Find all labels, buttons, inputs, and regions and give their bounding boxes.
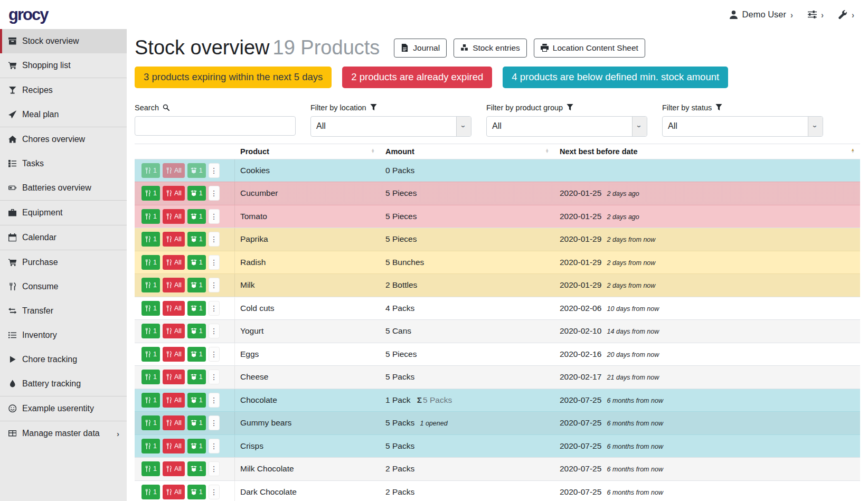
- row-menu-button[interactable]: ⋮: [209, 324, 220, 338]
- best-before-column-header[interactable]: Next best before date ▲▼: [554, 144, 860, 159]
- row-menu-button[interactable]: ⋮: [209, 301, 220, 316]
- sidebar-item[interactable]: Equipment ›: [0, 201, 127, 225]
- consume-one-button[interactable]: 1: [141, 439, 160, 453]
- open-one-button[interactable]: 1: [187, 461, 206, 476]
- sidebar-item[interactable]: Chores overview ›: [0, 127, 127, 152]
- sidebar-item[interactable]: Tasks ›: [0, 152, 127, 176]
- open-one-button[interactable]: 1: [187, 439, 206, 453]
- sidebar-item[interactable]: Calendar ›: [0, 225, 127, 250]
- consume-all-button[interactable]: All: [163, 347, 185, 362]
- consume-all-button[interactable]: All: [163, 324, 185, 338]
- open-one-button[interactable]: 1: [187, 186, 206, 201]
- consume-one-button[interactable]: 1: [141, 461, 160, 476]
- user-menu[interactable]: Demo User ›: [729, 10, 793, 20]
- consume-all-button[interactable]: All: [163, 278, 185, 292]
- admin-menu[interactable]: ›: [838, 10, 854, 19]
- consume-one-button[interactable]: 1: [141, 255, 160, 270]
- consume-one-button[interactable]: 1: [141, 370, 160, 384]
- consume-one-button[interactable]: 1: [141, 301, 160, 316]
- expiring-products-alert[interactable]: 3 products expiring within the next 5 da…: [135, 67, 332, 88]
- consume-one-button[interactable]: 1: [141, 324, 160, 338]
- consume-all-button[interactable]: All: [163, 393, 185, 408]
- sum-icon: Σ: [417, 395, 422, 404]
- location-select[interactable]: All ›: [310, 116, 471, 137]
- consume-one-button[interactable]: 1: [141, 278, 160, 292]
- row-menu-button[interactable]: ⋮: [209, 370, 220, 384]
- location-content-sheet-button[interactable]: Location Content Sheet: [534, 39, 645, 58]
- open-one-button[interactable]: 1: [187, 209, 206, 224]
- open-one-button[interactable]: 1: [187, 485, 206, 499]
- consume-all-button[interactable]: All: [163, 232, 185, 247]
- row-menu-button[interactable]: ⋮: [209, 439, 220, 453]
- consume-one-button[interactable]: 1: [141, 163, 160, 178]
- row-menu-button[interactable]: ⋮: [209, 186, 220, 201]
- product-group-select[interactable]: All ›: [486, 116, 647, 137]
- row-menu-button[interactable]: ⋮: [209, 485, 220, 499]
- sidebar-item[interactable]: Recipes ›: [0, 78, 127, 102]
- chevron-down-icon: ›: [811, 125, 820, 128]
- sidebar-item[interactable]: Manage master data ›: [0, 421, 127, 446]
- sidebar-item[interactable]: Consume ›: [0, 275, 127, 299]
- product-column-header[interactable]: Product ▲▼: [235, 144, 380, 159]
- sidebar-item[interactable]: Purchase ›: [0, 250, 127, 275]
- open-one-button[interactable]: 1: [187, 415, 206, 430]
- consume-all-button[interactable]: All: [163, 255, 185, 270]
- journal-button[interactable]: Journal: [394, 39, 447, 58]
- sidebar-item[interactable]: Battery tracking ›: [0, 372, 127, 396]
- consume-one-button[interactable]: 1: [141, 186, 160, 201]
- sidebar-item-label: Stock overview: [22, 36, 79, 46]
- row-menu-button[interactable]: ⋮: [209, 209, 220, 224]
- expired-products-alert[interactable]: 2 products are already expired: [342, 67, 492, 88]
- consume-all-button[interactable]: All: [163, 301, 185, 316]
- open-one-button[interactable]: 1: [187, 370, 206, 384]
- consume-all-button[interactable]: All: [163, 186, 185, 201]
- consume-all-button[interactable]: All: [163, 209, 185, 224]
- consume-one-button[interactable]: 1: [141, 209, 160, 224]
- amount-column-header[interactable]: Amount ▲▼: [380, 144, 554, 159]
- sidebar-item[interactable]: Shopping list ›: [0, 53, 127, 78]
- row-menu-button[interactable]: ⋮: [209, 415, 220, 430]
- sidebar-item[interactable]: Chore tracking ›: [0, 347, 127, 372]
- sidebar-item[interactable]: Batteries overview ›: [0, 176, 127, 200]
- consume-all-button[interactable]: All: [163, 163, 185, 178]
- consume-one-button[interactable]: 1: [141, 347, 160, 362]
- row-menu-button[interactable]: ⋮: [209, 278, 220, 292]
- row-menu-button[interactable]: ⋮: [209, 393, 220, 408]
- open-one-button[interactable]: 1: [187, 347, 206, 362]
- open-one-button[interactable]: 1: [187, 255, 206, 270]
- row-menu-button[interactable]: ⋮: [209, 232, 220, 247]
- app-logo[interactable]: grocy: [8, 5, 48, 24]
- row-menu-button[interactable]: ⋮: [209, 163, 220, 178]
- row-menu-button[interactable]: ⋮: [209, 347, 220, 362]
- open-one-button[interactable]: 1: [187, 163, 206, 178]
- search-input[interactable]: [135, 116, 296, 136]
- sidebar-item[interactable]: Stock overview ›: [0, 29, 127, 53]
- sidebar-item[interactable]: Transfer ›: [0, 299, 127, 323]
- open-one-button[interactable]: 1: [187, 324, 206, 338]
- battery-icon: [7, 184, 17, 192]
- consume-one-button[interactable]: 1: [141, 415, 160, 430]
- consume-all-button[interactable]: All: [163, 415, 185, 430]
- sidebar-item[interactable]: Meal plan ›: [0, 102, 127, 127]
- consume-one-button[interactable]: 1: [141, 485, 160, 499]
- stock-entries-button[interactable]: Stock entries: [454, 39, 527, 58]
- open-one-button[interactable]: 1: [187, 232, 206, 247]
- row-menu-button[interactable]: ⋮: [209, 255, 220, 270]
- settings-menu[interactable]: ›: [808, 10, 824, 19]
- row-menu-button[interactable]: ⋮: [209, 461, 220, 476]
- open-one-button[interactable]: 1: [187, 301, 206, 316]
- consume-one-button[interactable]: 1: [141, 393, 160, 408]
- consume-all-button[interactable]: All: [163, 439, 185, 453]
- status-select[interactable]: All ›: [662, 116, 823, 137]
- consume-one-button[interactable]: 1: [141, 232, 160, 247]
- consume-all-button[interactable]: All: [163, 461, 185, 476]
- best-before-cell: 2020-01-25 2 days ago: [554, 188, 860, 198]
- product-group-filter-label: Filter by product group: [486, 103, 647, 112]
- consume-all-button[interactable]: All: [163, 370, 185, 384]
- sidebar-item[interactable]: Inventory ›: [0, 323, 127, 347]
- consume-all-button[interactable]: All: [163, 485, 185, 499]
- open-one-button[interactable]: 1: [187, 393, 206, 408]
- open-one-button[interactable]: 1: [187, 278, 206, 292]
- below-min-stock-alert[interactable]: 4 products are below defined min. stock …: [503, 67, 728, 88]
- sidebar-item[interactable]: Example userentity ›: [0, 396, 127, 421]
